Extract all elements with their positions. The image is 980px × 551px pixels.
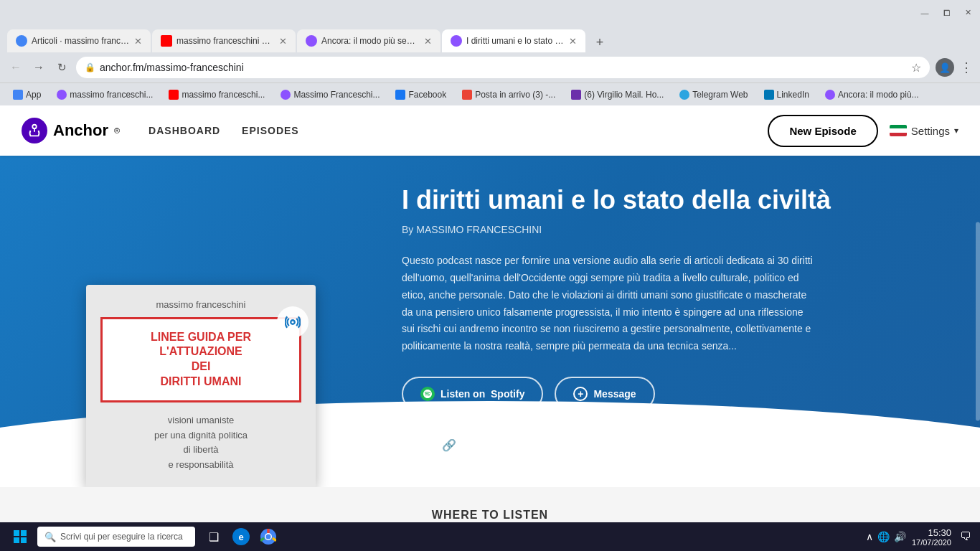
settings-dropdown[interactable]: Settings ▾: [890, 125, 958, 137]
nav-links: DASHBOARD EPISODES: [149, 125, 768, 136]
svg-rect-16: [14, 530, 19, 536]
bookmark-2[interactable]: massimo franceschi...: [163, 88, 270, 101]
show-hidden-icon[interactable]: ∧: [866, 531, 873, 542]
clock-time: 15:30: [912, 527, 951, 538]
bookmark-facebook[interactable]: Facebook: [390, 88, 452, 101]
bookmark-telegram-icon: [679, 90, 689, 100]
taskbar-right: ∧ 🌐 🔊 15:30 17/07/2020 🗨: [866, 527, 974, 547]
action-center-icon[interactable]: 🗨: [957, 528, 974, 545]
bookmark-apps-icon: [13, 90, 23, 100]
bookmark-gmail-label: Posta in arrivo (3) -...: [475, 90, 555, 100]
book-title-box: LINEE GUIDA PER L'ATTUAZIONE DEI DIRITTI…: [100, 317, 301, 402]
nav-dashboard[interactable]: DASHBOARD: [149, 125, 220, 136]
anchor-logo[interactable]: Anchor®: [22, 118, 120, 143]
reload-button[interactable]: ↻: [53, 59, 70, 76]
taskbar-search-box[interactable]: 🔍 Scrivi qui per eseguire la ricerca: [37, 527, 195, 547]
spotify-logo-icon: [420, 387, 435, 401]
bookmark-1[interactable]: massimo franceschi...: [51, 88, 159, 101]
taskbar-edge-icon[interactable]: e: [228, 524, 254, 550]
book-subtitle-line1: visioni umaniste: [168, 415, 235, 425]
tabs-bar: Articoli · massimo franceschini b ✕ mass…: [0, 25, 980, 52]
bookmark-telegram[interactable]: Telegram Web: [674, 88, 753, 101]
tab-close-1[interactable]: ✕: [134, 36, 142, 47]
italian-flag-icon: [890, 125, 907, 136]
settings-chevron-icon: ▾: [954, 126, 958, 136]
svg-point-2: [291, 320, 295, 324]
url-text: anchor.fm/massimo-franceschini: [100, 62, 907, 73]
bookmark-3[interactable]: Massimo Franceschi...: [275, 88, 385, 101]
browser-tab-3[interactable]: Ancora: il modo più semplice pe... ✕: [297, 29, 440, 52]
network-icon[interactable]: 🌐: [877, 531, 890, 542]
browser-tab-2[interactable]: massimo franceschini blog - You... ✕: [152, 29, 296, 52]
bookmark-anchor[interactable]: Ancora: il modo più...: [819, 88, 925, 101]
forward-button[interactable]: →: [30, 59, 47, 76]
bookmark-linkedin-icon: [764, 90, 774, 100]
bookmark-1-label: massimo franceschi...: [70, 90, 153, 100]
clock-date: 17/07/2020: [912, 538, 951, 547]
book-title-line4: DIRITTI UMANI: [113, 375, 288, 390]
profile-avatar[interactable]: 👤: [936, 58, 954, 77]
bookmark-gmail[interactable]: Posta in arrivo (3) -...: [456, 88, 561, 101]
nav-episodes[interactable]: EPISODES: [242, 125, 299, 136]
tab-favicon-3: [306, 35, 317, 47]
taskbar-chrome-icon[interactable]: [255, 524, 281, 550]
close-button[interactable]: ✕: [963, 8, 973, 18]
page-content: Anchor® DASHBOARD EPISODES New Episode S…: [0, 105, 980, 551]
message-button[interactable]: + Message: [555, 377, 654, 411]
taskbar-task-view[interactable]: ❑: [201, 524, 227, 550]
svg-point-22: [266, 534, 271, 540]
browser-menu-icon[interactable]: ⋮: [960, 60, 973, 75]
address-bar: ← → ↻ 🔒 anchor.fm/massimo-franceschini ☆…: [0, 52, 980, 83]
url-bar[interactable]: 🔒 anchor.fm/massimo-franceschini ☆: [76, 57, 930, 78]
lock-icon: 🔒: [85, 62, 95, 72]
copy-link-icon[interactable]: 🔗: [436, 433, 462, 458]
book-subtitle-line4: e responsabilità: [168, 459, 233, 470]
browser-tab-1[interactable]: Articoli · massimo franceschini b ✕: [7, 29, 151, 52]
new-episode-button[interactable]: New Episode: [768, 115, 877, 147]
podcast-signal-icon[interactable]: [277, 306, 308, 338]
hero-left: massimo franceschini LINEE GUIDA PER L'A…: [0, 156, 373, 487]
bookmark-facebook-label: Facebook: [408, 90, 446, 100]
tab-close-4[interactable]: ✕: [569, 36, 577, 47]
plus-circle-icon: +: [573, 387, 588, 401]
message-btn-label: Message: [593, 388, 636, 400]
listen-on-spotify-button[interactable]: Listen on Spotify: [402, 377, 543, 411]
tab-favicon-4: [451, 35, 462, 47]
book-subtitle-line3: di libertà: [183, 444, 218, 455]
anchor-navbar: Anchor® DASHBOARD EPISODES New Episode S…: [0, 105, 980, 156]
hero-right: I diritti umani e lo stato della civiltà…: [373, 156, 980, 487]
system-clock[interactable]: 15:30 17/07/2020: [912, 527, 951, 547]
spotify-btn-label: Listen on Spotify: [440, 388, 524, 400]
bookmark-3-label: Massimo Franceschi...: [293, 90, 380, 100]
bookmark-star-icon[interactable]: ☆: [911, 61, 921, 75]
book-title-line3: DEI: [113, 359, 288, 375]
bookmark-linkedin-label: LinkedIn: [777, 90, 809, 100]
bookmark-virgilio[interactable]: (6) Virgilio Mail. Ho...: [565, 88, 669, 101]
tab-close-3[interactable]: ✕: [424, 36, 432, 47]
new-tab-button[interactable]: +: [590, 32, 610, 52]
taskbar-search-placeholder: Scrivi qui per eseguire la ricerca: [60, 532, 183, 542]
maximize-button[interactable]: ⧠: [941, 8, 951, 18]
back-button[interactable]: ←: [7, 59, 24, 76]
start-button[interactable]: [6, 522, 34, 551]
tab-close-2[interactable]: ✕: [279, 36, 287, 47]
where-to-listen-title: WHERE TO LISTEN: [432, 509, 548, 522]
svg-rect-17: [21, 530, 27, 536]
bookmark-apps[interactable]: App: [7, 88, 47, 101]
bookmark-virgilio-icon: [571, 90, 581, 100]
bookmark-apps-label: App: [26, 90, 41, 100]
bookmark-2-label: massimo franceschi...: [182, 90, 265, 100]
book-subtitle: visioni umaniste per una dignità politic…: [100, 413, 301, 473]
bookmark-3-icon: [281, 90, 291, 100]
bookmark-1-icon: [57, 90, 67, 100]
facebook-share-icon[interactable]: f: [402, 433, 428, 458]
browser-tab-4[interactable]: I diritti umani e lo stato della civ... …: [442, 29, 585, 52]
volume-icon[interactable]: 🔊: [894, 531, 906, 542]
bookmark-linkedin[interactable]: LinkedIn: [758, 88, 815, 101]
hero-section: massimo franceschini LINEE GUIDA PER L'A…: [0, 156, 980, 487]
minimize-button[interactable]: —: [920, 8, 930, 18]
podcast-description: Questo podcast nasce per fornire una ver…: [402, 253, 818, 355]
anchor-logo-text: Anchor: [53, 121, 108, 140]
bookmark-virgilio-label: (6) Virgilio Mail. Ho...: [584, 90, 664, 100]
svg-point-0: [32, 125, 37, 129]
